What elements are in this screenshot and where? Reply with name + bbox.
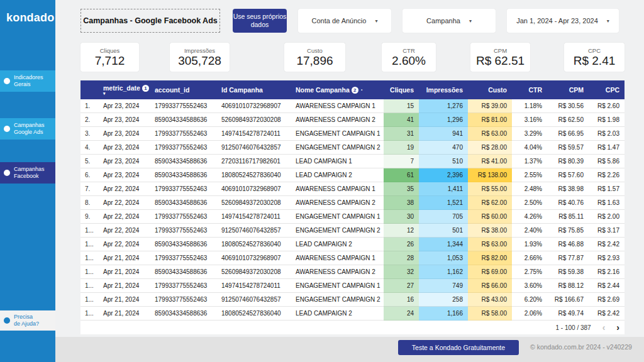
sidebar-item-campanhas-google-ads[interactable]: Campanhas Google Ads [0,118,55,140]
cell-ctr: 3.16% [512,113,547,127]
cell-impressoes: 1,162 [419,265,468,279]
cell-date: Apr 21, 2024 [99,279,151,293]
cell-cpc: R$ 2.03 [589,127,625,141]
column-header-cpc[interactable]: CPC [589,86,625,94]
use-own-data-button[interactable]: Use seus próprios dados [233,9,287,33]
table-row[interactable]: 4.Apr 23, 202417993377555246391250746076… [80,141,625,155]
table-row[interactable]: 1...Apr 21, 2024859034334588636526098493… [80,265,625,279]
cell-ctr: 3.29% [512,127,547,141]
table-row[interactable]: 1...Apr 22, 2024859034334588636180805245… [80,238,625,251]
cell-impressoes: 705 [419,210,468,224]
cell-custo: R$ 62.00 [468,196,512,210]
table-row[interactable]: 9.Apr 22, 202417993377555246314974154278… [80,210,625,224]
cell-cliques: 28 [384,251,419,265]
column-header-ctr[interactable]: CTR [512,86,547,94]
table-row[interactable]: 1...Apr 21, 2024179933775552463912507460… [80,293,625,307]
account-filter-dropdown[interactable]: Conta de Anúncio ▾ [298,9,391,33]
cell-impressoes: 1,521 [419,196,468,210]
cell-cpm: R$ 88.12 [547,279,589,293]
column-header-cliques[interactable]: Cliques [384,86,419,94]
sidebar-item-indicadores-gerais[interactable]: Indicadores Gerais [0,70,55,92]
table-row[interactable]: 6.Apr 23, 202485903433458863618080524527… [80,168,625,182]
cell-ctr: 1.18% [512,99,547,113]
cell-cliques: 19 [384,141,419,155]
table-row[interactable]: 1...Apr 21, 2024179933775552463149741542… [80,279,625,293]
cell-custo: R$ 63.00 [468,238,512,251]
cell-date: Apr 22, 2024 [99,224,151,238]
table-row[interactable]: 1...Apr 21, 2024179933775552463406910107… [80,251,625,265]
cell-custo: R$ 60.00 [468,210,512,224]
column-header-campaign-id[interactable]: Id Campanha [218,86,292,94]
cell-cpm: R$ 38.98 [547,182,589,196]
kpi-value: 7,712 [95,54,125,67]
cell-num: 9. [80,210,99,224]
copyright-text: © kondado.com.br 2024 - v240229 [530,343,632,351]
column-header-custo[interactable]: Custo [468,86,512,94]
table-body: 1.Apr 23, 202417993377555246340691010732… [80,99,625,321]
cell-ctr: 2.75% [512,265,547,279]
table-row[interactable]: 1...Apr 21, 2024859034334588636180805245… [80,307,625,321]
cell-account_id: 859034334588636 [151,265,218,279]
cell-custo: R$ 39.00 [468,99,512,113]
previous-page-icon[interactable]: ‹ [602,323,606,332]
column-label: metric_date [103,84,140,92]
main-content: Campanhas - Google Facebook Ads Use seus… [55,0,644,362]
dashboard: kondado Indicadores Gerais Campanhas Goo… [0,0,644,362]
cell-campaign_name: LEAD CAMPAIGN 1 [292,155,384,168]
cell-custo: R$ 38.00 [468,224,512,238]
kpi-card-custo: Custo 17,896 [284,43,345,72]
cell-cpc: R$ 1.47 [589,141,625,155]
column-header-cpm[interactable]: CPM [547,86,589,94]
sidebar-item-campanhas-facebook[interactable]: Campanhas Facebook [0,162,55,184]
campaign-filter-dropdown[interactable]: Campanha ▾ [402,9,496,33]
column-header-account-id[interactable]: account_id [151,86,218,94]
cell-cpc: R$ 2.93 [589,251,625,265]
cell-campaign_name: ENGAGEMENT CAMPAIGN 2 [292,141,384,155]
sort-order-badge: 1 [142,85,149,92]
cell-impressoes: 1,411 [419,182,468,196]
cell-campaign_name: AWARENESS CAMPAIGN 1 [292,182,384,196]
table-row[interactable]: 8.Apr 22, 202485903433458863652609849372… [80,196,625,210]
cell-account_id: 859034334588636 [151,196,218,210]
kpi-card-ctr: CTR 2.60% [382,43,436,72]
pagination: 1 - 100 / 387 ‹ › [80,321,625,334]
date-range-dropdown[interactable]: Jan 1, 2024 - Apr 23, 2024 ▾ [507,9,619,33]
cell-account_id: 179933775552463 [151,182,218,196]
kpi-card-cpc: CPC R$ 2.41 [564,43,625,72]
pagination-label: 1 - 100 / 387 [556,324,591,331]
table-row[interactable]: 1.Apr 23, 202417993377555246340691010732… [80,99,625,113]
cell-account_id: 179933775552463 [151,279,218,293]
column-label: Nome Campanha [296,86,350,94]
table-row[interactable]: 5.Apr 23, 202485903433458863627203116717… [80,155,625,168]
cell-date: Apr 22, 2024 [99,182,151,196]
cell-account_id: 179933775552463 [151,224,218,238]
cell-date: Apr 23, 2024 [99,113,151,127]
cell-custo: R$ 81.00 [468,113,512,127]
table-row[interactable]: 7.Apr 22, 202417993377555246340691010732… [80,182,625,196]
cell-impressoes: 510 [419,155,468,168]
cell-num: 2. [80,113,99,127]
cell-campaign_id: 18080524527836040 [218,168,292,182]
cell-cpm: R$ 59.57 [547,141,589,155]
column-header-campaign-name[interactable]: Nome Campanha2· [292,86,384,94]
column-header-metric-date[interactable]: metric_date1 ▾ [99,84,151,96]
kpi-label: Custo [307,47,323,54]
cell-impressoes: 941 [419,127,468,141]
next-page-icon[interactable]: › [616,323,619,332]
column-header-impressoes[interactable]: Impressões [419,86,468,94]
table-row[interactable]: 3.Apr 23, 202417993377555246314974154278… [80,127,625,141]
free-trial-button[interactable]: Teste a Kondado Gratuitamente [398,340,519,355]
cell-campaign_id: 52609849372030208 [218,265,292,279]
column-label: account_id [155,86,189,94]
column-label: Id Campanha [221,86,263,94]
cell-date: Apr 23, 2024 [99,141,151,155]
sidebar-item-help[interactable]: Precisa de Ajuda? [0,310,55,331]
kpi-label: Cliques [100,47,120,54]
kpi-label: CPC [588,47,601,54]
cell-cpc: R$ 2.16 [589,265,625,279]
cell-account_id: 859034334588636 [151,113,218,127]
table-row[interactable]: 2.Apr 23, 202485903433458863652609849372… [80,113,625,127]
cell-ctr: 2.40% [512,224,547,238]
kpi-label: CTR [402,47,415,54]
table-row[interactable]: 1...Apr 22, 2024179933775552463912507460… [80,224,625,238]
